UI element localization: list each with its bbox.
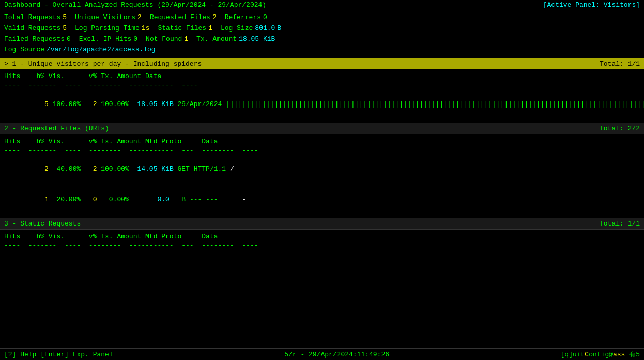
stat-not-found: Not Found 1 [146, 34, 188, 45]
stat-unique-visitors: Unique Visitors 2 [75, 12, 142, 23]
user-text: [q]uitConfig@ass 有5 [561, 350, 640, 359]
section3-total: Total: 1/1 [600, 220, 640, 228]
title-bar: Dashboard - Overall Analyzed Requests (2… [0, 0, 644, 10]
status-bar: [?] Help [Enter] Exp. Panel 5/r - 29/Apr… [0, 348, 644, 360]
section1-table: Hits h% Vis. v% Tx. Amount Data ---- ---… [0, 69, 644, 122]
stat-valid-requests: Valid Requests 5 [4, 23, 67, 34]
stat-total-requests: Total Requests 5 [4, 12, 67, 23]
section2-header[interactable]: 2 - Requested Files (URLs) Total: 2/2 [0, 123, 644, 134]
section2-divider: ---- ------- ---- -------- ----------- -… [4, 146, 640, 154]
stat-requested-files: Requested Files 2 [150, 12, 217, 23]
section2-total: Total: 2/2 [600, 125, 640, 132]
stat-excl-ip-hits: Excl. IP Hits 0 [79, 34, 137, 45]
table-row: 2 40.00% 2 100.00% 14.05 KiB GET HTTP/1.… [4, 154, 640, 185]
stat-failed-requests: Failed Requests 0 [4, 34, 71, 45]
stat-static-files: Static Files 1 [158, 23, 212, 34]
section3-table: Hits h% Vis. v% Tx. Amount Mtd Proto Dat… [0, 230, 644, 251]
stat-tx-amount: Tx. Amount 18.05 KiB [196, 34, 275, 45]
section3-divider: ---- ------- ---- -------- ----------- -… [4, 242, 640, 249]
section3-col-headers: Hits h% Vis. v% Tx. Amount Mtd Proto Dat… [4, 232, 640, 242]
table-row: 1 20.00% 0 0.00% 0.0 B --- --- - [4, 184, 640, 215]
section3-header[interactable]: 3 - Static Requests Total: 1/1 [0, 218, 644, 230]
datetime-text: 5/r - 29/Apr/2024:11:49:26 [284, 351, 389, 358]
dashboard-title: Dashboard - Overall Analyzed Requests (2… [4, 1, 266, 9]
stat-log-parsing-time: Log Parsing Time 1s [75, 23, 149, 34]
stat-log-source: Log Source /var/log/apache2/access.log [4, 44, 156, 55]
stats-row-1: Total Requests 5 Unique Visitors 2 Reque… [4, 12, 640, 23]
section1-col-headers: Hits h% Vis. v% Tx. Amount Data [4, 71, 640, 81]
stat-referrers: Referrers 0 [225, 12, 267, 23]
section1-divider: ---- ------- ---- -------- ----------- -… [4, 81, 640, 89]
section1-header[interactable]: > 1 - Unique visitors per day - Includin… [0, 58, 644, 69]
stats-row-3: Failed Requests 0 Excl. IP Hits 0 Not Fo… [4, 34, 640, 45]
section1-title: > 1 - Unique visitors per day - Includin… [4, 60, 202, 68]
stats-row-4: Log Source /var/log/apache2/access.log [4, 44, 640, 55]
section3-title: 3 - Static Requests [4, 220, 81, 228]
stats-section: Total Requests 5 Unique Visitors 2 Reque… [0, 10, 644, 57]
stats-row-2: Valid Requests 5 Log Parsing Time 1s Sta… [4, 23, 640, 34]
section2-title: 2 - Requested Files (URLs) [4, 125, 109, 132]
active-panel: [Active Panel: Visitors] [543, 1, 640, 9]
help-text[interactable]: [?] Help [Enter] Exp. Panel [4, 351, 113, 358]
stat-log-size: Log Size 801.0 B [221, 23, 281, 34]
section2-col-headers: Hits h% Vis. v% Tx. Amount Mtd Proto Dat… [4, 137, 640, 146]
section1-total: Total: 1/1 [600, 60, 640, 68]
table-row: 5 100.00% 2 100.00% 18.05 KiB 29/Apr/202… [4, 89, 640, 119]
section2-table: Hits h% Vis. v% Tx. Amount Mtd Proto Dat… [0, 134, 644, 217]
